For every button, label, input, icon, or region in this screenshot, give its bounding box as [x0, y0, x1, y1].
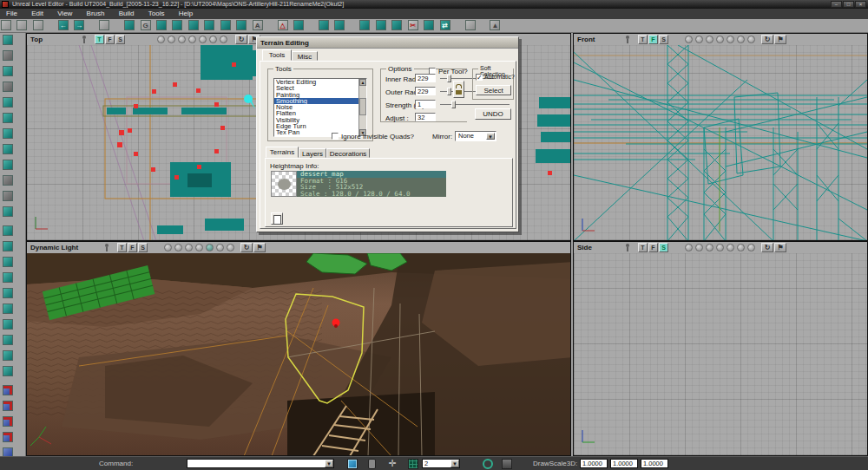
realtime-toggle-t[interactable]: T — [95, 35, 104, 44]
redo-icon[interactable]: → — [74, 20, 84, 30]
camera-move-icon[interactable] — [3, 35, 13, 45]
strength-slider[interactable] — [440, 104, 510, 105]
stretch-brush-icon[interactable] — [3, 113, 13, 123]
camera-speed-icon[interactable] — [465, 20, 476, 30]
command-dropdown-icon[interactable]: ▼ — [325, 460, 333, 467]
rendermode-bsp-icon[interactable] — [716, 36, 724, 43]
select-button[interactable]: Select — [476, 85, 511, 95]
rendermode-zoneportal-icon[interactable] — [695, 244, 703, 251]
brush-rotate-icon[interactable]: ⇄ — [440, 20, 450, 30]
sheet-brush-icon[interactable] — [3, 288, 13, 298]
realtime-toggle-s[interactable]: S — [659, 243, 668, 252]
viewport-options-icon[interactable]: ⚑ — [774, 243, 786, 252]
viewport-side[interactable]: Side T F S ↻ ⚑ — [573, 241, 868, 456]
tab-decorations[interactable]: Decorations — [326, 148, 370, 158]
rendermode-texture-usage-icon[interactable] — [185, 244, 193, 251]
mesh-browser-icon[interactable] — [220, 20, 231, 30]
drawscale-x-input[interactable]: 1.0000 — [580, 459, 608, 468]
rendermode-textured-icon[interactable] — [727, 244, 734, 251]
save-map-icon[interactable] — [33, 20, 43, 30]
move-actor-icon[interactable]: ✛ — [387, 459, 398, 469]
intersect-brush-icon[interactable] — [3, 416, 13, 427]
rendermode-lighting-icon[interactable] — [737, 244, 745, 251]
menu-edit[interactable]: Edit — [25, 9, 49, 19]
select-arrow-icon[interactable]: ▲ — [490, 20, 500, 30]
realtime-toggle-s[interactable]: S — [115, 35, 125, 44]
music-browser-icon[interactable] — [156, 20, 167, 30]
face-drag-tool-icon[interactable] — [3, 206, 13, 217]
rendermode-lighting-icon[interactable] — [216, 244, 224, 251]
maximize-button[interactable]: □ — [843, 1, 854, 8]
tab-terrains[interactable]: Terrains — [266, 147, 299, 158]
scroll-thumb[interactable] — [359, 98, 366, 115]
rotation-grid-icon[interactable] — [483, 459, 493, 469]
tab-misc[interactable]: Misc — [292, 51, 318, 61]
play-map-icon[interactable] — [319, 20, 329, 30]
texture-lock-icon[interactable] — [347, 459, 358, 469]
grid-snap-icon[interactable] — [408, 459, 418, 469]
rotate-brush-icon[interactable] — [3, 82, 13, 92]
realtime-toggle-f[interactable]: F — [105, 35, 115, 44]
rendermode-zoneportal-icon[interactable] — [168, 36, 175, 43]
maximize-viewport-icon[interactable] — [624, 36, 630, 43]
face-drag-icon[interactable] — [391, 20, 402, 30]
cone-brush-icon[interactable] — [3, 335, 13, 345]
mirror-dropdown[interactable]: None ▼ — [455, 131, 496, 141]
tool-list-scrollbar[interactable]: ▲ ▼ — [358, 79, 366, 136]
rendermode-texture-usage-icon[interactable] — [178, 36, 186, 43]
perspective-rotate-icon[interactable]: ↻ — [235, 35, 247, 44]
brush-clip-icon[interactable] — [376, 20, 386, 30]
scale-brush-icon[interactable] — [3, 66, 13, 76]
realtime-toggle-f[interactable]: F — [128, 243, 137, 252]
subtract-brush-icon[interactable] — [3, 401, 13, 411]
tab-layers[interactable]: Layers — [299, 148, 326, 158]
realtime-toggle-f[interactable]: F — [648, 35, 658, 44]
brush-scale-icon[interactable] — [424, 20, 434, 30]
rendermode-depth-icon[interactable] — [747, 244, 755, 251]
rendermode-wireframe-icon[interactable] — [685, 36, 693, 43]
rendermode-lighting-icon[interactable] — [209, 36, 217, 43]
polygon-draw-icon[interactable] — [3, 191, 13, 201]
search-actors-icon[interactable] — [99, 20, 109, 30]
dialog-titlebar[interactable]: Terrain Editing — [257, 37, 518, 49]
stair-brush-icon[interactable] — [3, 257, 13, 267]
viewport-perspective[interactable]: Dynamic Light T F S ↻ ⚑ — [26, 241, 571, 456]
automatic-checkbox[interactable]: ✓ — [476, 74, 483, 81]
menu-file[interactable]: File — [0, 9, 23, 19]
drawscale-z-input[interactable]: 1.0000 — [641, 459, 668, 468]
rendermode-texture-usage-icon[interactable] — [706, 244, 713, 251]
terrain-editor-icon[interactable] — [188, 20, 199, 30]
command-input[interactable]: ▼ — [187, 459, 334, 468]
rendermode-depth-icon[interactable] — [747, 36, 755, 43]
rendermode-wireframe-icon[interactable] — [157, 36, 165, 43]
rendermode-depth-icon[interactable] — [220, 36, 227, 43]
cube-brush-icon[interactable] — [3, 225, 13, 236]
rendermode-textured-icon[interactable] — [199, 36, 207, 43]
selection-lock-icon[interactable] — [368, 459, 376, 469]
prefab-browser-icon[interactable] — [172, 20, 182, 30]
matinee-icon[interactable] — [204, 20, 214, 30]
menu-build[interactable]: Build — [113, 9, 141, 19]
add-brush-icon[interactable] — [3, 385, 13, 395]
rendermode-zoneportal-icon[interactable] — [695, 36, 703, 43]
viewport-front-canvas[interactable] — [574, 45, 867, 240]
adjust-input[interactable]: 32 — [415, 113, 436, 121]
perspective-rotate-icon[interactable]: ↻ — [761, 35, 773, 44]
brush-clip-tool-icon[interactable] — [3, 175, 13, 186]
grid-size-dropdown-icon[interactable]: ▼ — [450, 460, 459, 467]
maximize-viewport-icon[interactable] — [624, 244, 630, 251]
vertex-snap-icon[interactable] — [359, 20, 370, 30]
tetrahedron-brush-icon[interactable] — [3, 350, 13, 361]
actor-class-icon[interactable] — [124, 20, 135, 30]
cylinder-brush-icon[interactable] — [3, 319, 13, 330]
realtime-toggle-t[interactable]: T — [638, 35, 648, 44]
undo-button[interactable]: UNDO — [475, 108, 511, 120]
menu-brush[interactable]: Brush — [81, 9, 111, 19]
rendermode-bsp-icon[interactable] — [195, 244, 203, 251]
rendermode-textured-icon[interactable] — [727, 36, 734, 43]
rendermode-lighting-icon[interactable] — [737, 36, 745, 43]
maximize-viewport-toggle-icon[interactable] — [502, 459, 512, 469]
perspective-rotate-icon[interactable]: ↻ — [240, 243, 253, 252]
rendermode-bsp-icon[interactable] — [188, 36, 196, 43]
freehand-polygon-icon[interactable]: ✂ — [408, 20, 418, 30]
